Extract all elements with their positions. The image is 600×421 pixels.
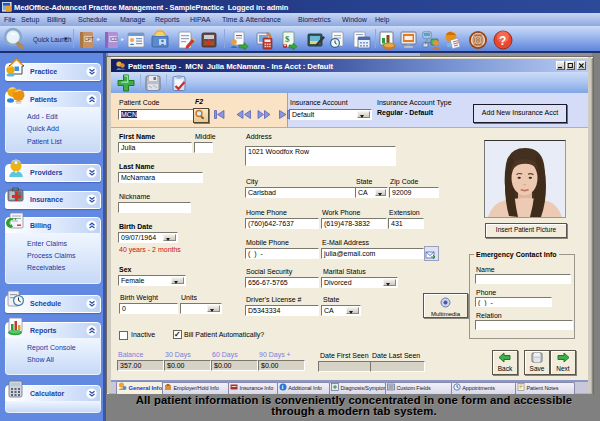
svg-text:ICD: ICD <box>110 37 119 42</box>
svg-text:?: ? <box>499 34 506 48</box>
svg-text:$: $ <box>285 34 290 44</box>
svg-text:CPT: CPT <box>85 37 94 42</box>
